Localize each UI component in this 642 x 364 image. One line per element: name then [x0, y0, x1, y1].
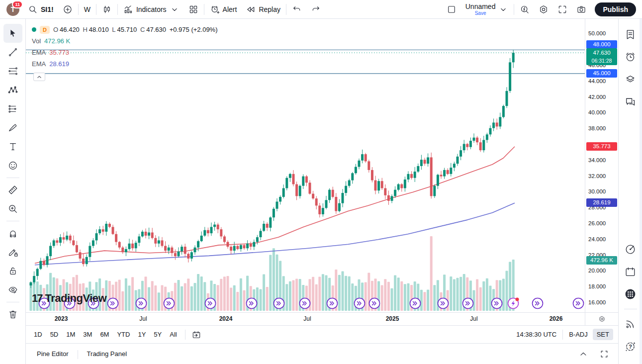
tab-trading-panel[interactable]: Trading Panel — [85, 347, 129, 361]
xabcd-pattern-tool-button[interactable] — [3, 81, 22, 99]
forecast-tool-button[interactable] — [3, 99, 22, 118]
text-icon — [7, 141, 18, 152]
cursor-tool-button[interactable] — [3, 24, 22, 43]
undo-button[interactable] — [287, 0, 306, 18]
contract-rollover-marker[interactable] — [355, 298, 365, 309]
contract-rollover-marker[interactable] — [108, 298, 118, 309]
price-axis-label: 38.000 — [588, 125, 606, 131]
camera-icon — [576, 4, 586, 14]
scrollbar-strip[interactable] — [640, 19, 642, 364]
contract-rollover-marker[interactable] — [463, 298, 473, 309]
contract-rollover-marker[interactable] — [39, 298, 50, 309]
drawing-lock-icon — [7, 247, 18, 258]
range-5d-button[interactable]: 5D — [47, 329, 62, 340]
publish-button[interactable]: Publish — [595, 2, 636, 16]
adjustment-toggle[interactable]: B-ADJ — [569, 331, 588, 338]
fib-retracement-tool-button[interactable] — [3, 62, 22, 81]
go-to-date-button[interactable] — [189, 326, 203, 343]
contract-rollover-marker[interactable] — [369, 298, 380, 309]
text-tool-button[interactable] — [3, 137, 22, 156]
symbol-search-button[interactable]: SI1! — [23, 0, 58, 18]
ruler-tool-button[interactable] — [3, 181, 22, 199]
contract-rollover-marker[interactable] — [327, 298, 338, 309]
trend-line-tool-button[interactable] — [3, 43, 22, 62]
alerts-sidebar-button[interactable] — [621, 47, 640, 66]
contract-rollover-marker[interactable] — [205, 298, 216, 309]
current-price-badge: 47.63006:31:28 — [586, 48, 617, 65]
time-axis[interactable]: 2023Jul2024Jul2025Jul2026 — [26, 312, 585, 325]
magnet-tool-button[interactable] — [3, 224, 22, 243]
chart-legend: D O46.420 H48.010 L45.710 C47.630 +0.975… — [32, 24, 219, 70]
price-axis-label: 44.000 — [588, 78, 606, 84]
quick-search-button[interactable] — [515, 0, 534, 18]
legend-collapse-button[interactable] — [33, 73, 45, 81]
panel-maximize-button[interactable] — [597, 347, 611, 361]
drawing-lock-tool-button[interactable] — [3, 243, 22, 262]
divider — [185, 330, 185, 340]
chart-settings-button[interactable] — [534, 0, 553, 18]
alert-button[interactable]: Alert — [205, 0, 242, 18]
layout-select-button[interactable] — [442, 0, 461, 18]
contract-rollover-marker[interactable] — [274, 298, 284, 309]
save-link[interactable]: Save — [475, 11, 486, 16]
indicators-button[interactable]: Indicators — [119, 0, 184, 18]
contract-rollover-marker[interactable] — [410, 298, 421, 309]
time-axis-label: 2026 — [550, 315, 563, 322]
range-toolbar: 1D5D1M3M6MYTD1Y5YAll 14:38:30 UTC B-ADJ … — [26, 325, 618, 343]
toolbar-divider — [6, 178, 19, 178]
contract-rollover-marker[interactable] — [573, 298, 584, 309]
lock-all-tool-button[interactable] — [3, 262, 22, 280]
chart-pane[interactable]: D O46.420 H48.010 L45.710 C47.630 +0.975… — [26, 19, 585, 312]
redo-button[interactable] — [306, 0, 325, 18]
chat-sidebar-button[interactable] — [621, 92, 640, 111]
quick-search-icon — [520, 4, 530, 14]
snapshot-button[interactable] — [572, 0, 591, 18]
hide-drawings-tool-button[interactable] — [3, 280, 22, 299]
contract-rollover-marker[interactable] — [89, 298, 99, 309]
brush-tool-button[interactable] — [3, 118, 22, 137]
panel-collapse-button[interactable] — [576, 347, 590, 361]
replay-button[interactable]: Replay — [241, 0, 285, 18]
axis-settings-corner[interactable] — [585, 312, 618, 325]
fullscreen-button[interactable] — [553, 0, 572, 18]
range-all-button[interactable]: All — [166, 329, 180, 340]
tab-pine-editor[interactable]: Pine Editor — [35, 347, 71, 361]
chart-type-button[interactable] — [97, 0, 116, 18]
interval-button[interactable]: W — [80, 0, 95, 18]
range-1d-button[interactable]: 1D — [30, 329, 46, 340]
price-axis[interactable]: 50.00046.00044.00042.00040.00038.00034.0… — [585, 19, 618, 312]
user-avatar[interactable]: T 11 — [6, 3, 19, 16]
remove-all-tool-button[interactable] — [3, 305, 22, 324]
range-ytd-button[interactable]: YTD — [113, 329, 133, 340]
indicator-templates-button[interactable] — [184, 0, 203, 18]
news-flash-marker[interactable] — [508, 298, 519, 309]
range-1m-button[interactable]: 1M — [63, 329, 79, 340]
contract-rollover-marker[interactable] — [438, 298, 449, 309]
broadcast-sidebar-button[interactable] — [621, 314, 640, 333]
range-5y-button[interactable]: 5Y — [150, 329, 165, 340]
economic-calendar-sidebar-button[interactable] — [621, 262, 640, 281]
contract-rollover-marker[interactable] — [300, 298, 310, 309]
session-toggle[interactable]: SET — [593, 329, 613, 340]
all-apps-sidebar-button[interactable] — [621, 284, 640, 303]
range-1y-button[interactable]: 1Y — [134, 329, 149, 340]
clock-utc[interactable]: 14:38:30 UTC — [516, 331, 556, 338]
object-tree-sidebar-button[interactable] — [621, 70, 640, 89]
contract-rollover-marker[interactable] — [136, 298, 147, 309]
contract-rollover-marker[interactable] — [164, 298, 175, 309]
axis-gear-icon[interactable] — [598, 315, 606, 323]
range-3m-button[interactable]: 3M — [80, 329, 95, 340]
layout-name-button[interactable]: Unnamed Save — [461, 0, 513, 18]
contract-rollover-marker[interactable] — [247, 298, 257, 309]
compare-add-button[interactable] — [58, 0, 77, 18]
contract-rollover-marker[interactable] — [492, 298, 502, 309]
range-6m-button[interactable]: 6M — [96, 329, 112, 340]
help-sidebar-button[interactable]: ? — [621, 337, 640, 356]
contract-rollover-marker[interactable] — [533, 298, 543, 309]
watchlist-sidebar-button[interactable] — [621, 25, 640, 44]
zoom-in-tool-button[interactable] — [3, 199, 22, 218]
stock-screener-sidebar-button[interactable] — [621, 240, 640, 259]
price-axis-label: 16.000 — [588, 299, 606, 305]
emoji-tool-button[interactable] — [3, 156, 22, 175]
contract-rollover-marker[interactable] — [65, 298, 75, 309]
